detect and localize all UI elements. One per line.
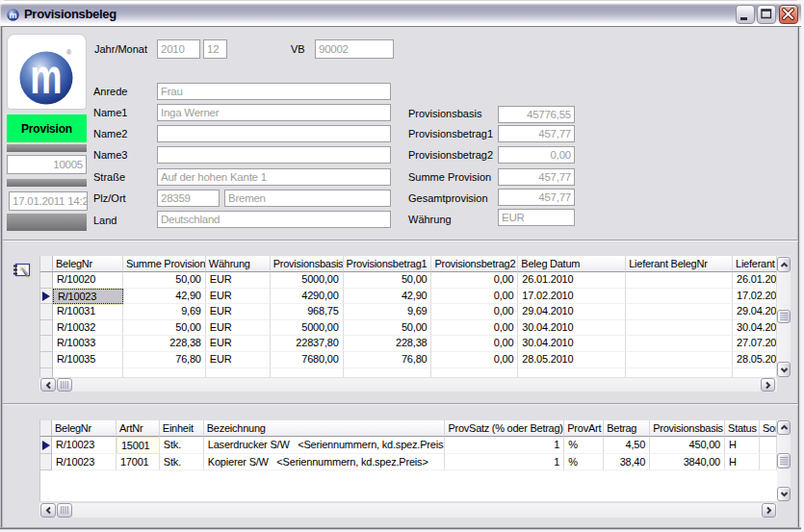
svg-text:m: m xyxy=(30,50,62,104)
svg-text:m: m xyxy=(9,11,16,20)
